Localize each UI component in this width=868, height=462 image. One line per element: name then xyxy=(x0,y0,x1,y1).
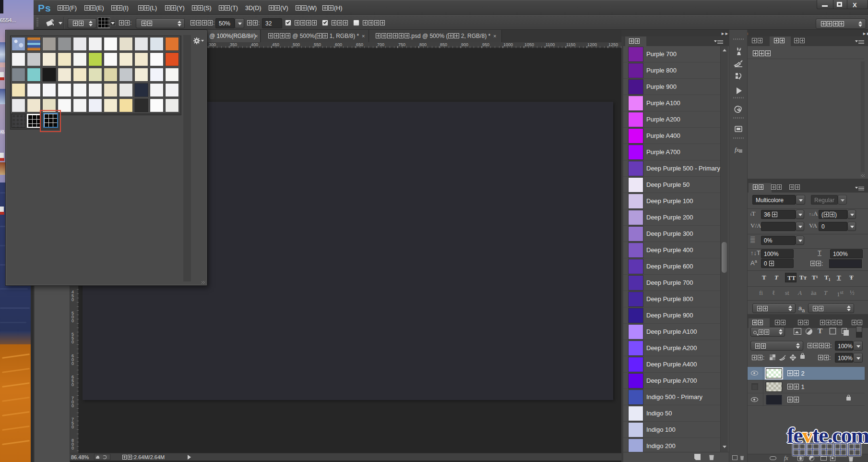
svg-text:fx: fx xyxy=(735,146,739,153)
